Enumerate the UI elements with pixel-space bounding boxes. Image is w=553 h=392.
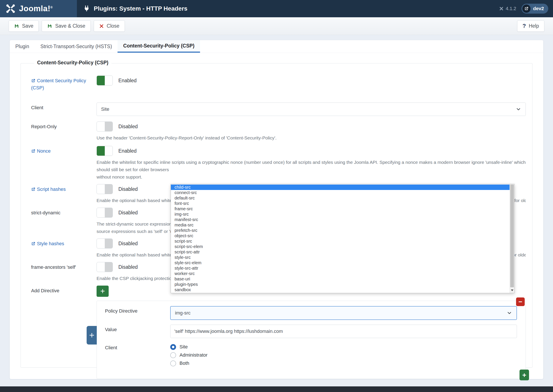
policy-directive-row: Policy Directive img-src [105,306,525,320]
row-client: Client Site [31,103,526,116]
drag-handle[interactable] [87,326,97,344]
policy-directive-select[interactable]: img-src [170,306,517,320]
value-input[interactable]: 'self' https://www.joomla.org https://lu… [170,325,517,338]
dropdown-option[interactable]: object-src [171,233,510,238]
policy-directive-value: img-src [175,310,191,316]
dropdown-option[interactable]: script-src-elem [171,244,510,249]
report-only-toggle[interactable] [97,121,113,132]
save-close-label: Save & Close [55,23,85,29]
nonce-description: Enable the whitelist for specific inline… [97,159,526,181]
nonce-toggle[interactable] [97,146,113,156]
panel-client-row: Client Site Administrator Both [105,343,525,367]
external-link-icon [31,187,35,191]
dropdown-option[interactable]: sandbox [171,287,510,293]
csp-enable-toggle[interactable] [97,76,113,85]
joomla-logo[interactable]: Joomla!® [0,0,77,17]
external-link-icon [31,149,35,153]
value-row: Value 'self' https://www.joomla.org http… [105,325,525,338]
help-button[interactable]: ? Help [517,20,544,32]
dropdown-option[interactable]: plugin-types [171,282,510,287]
client-label: Client [31,103,97,116]
remove-directive-button[interactable]: − [516,297,525,306]
dropdown-option[interactable]: img-src [171,211,510,217]
dropdown-option[interactable]: manifest-src [171,217,510,222]
scrollbar-thumb[interactable] [510,185,514,287]
style-hashes-label[interactable]: Style hashes [31,238,97,259]
action-toolbar: Save Save & Close Close ? Help [0,17,553,35]
dropdown-option[interactable]: frame-src [171,206,510,211]
dropdown-option[interactable]: script-src-attr [171,249,510,255]
nonce-label[interactable]: Nonce [31,146,97,181]
report-only-description: Use the header 'Content-Security-Policy-… [97,134,526,142]
tab-csp[interactable]: Content-Security-Policy (CSP) [118,40,200,53]
fieldset-legend: Content-Security-Policy (CSP) [34,60,112,66]
csp-enable-state: Enabled [118,78,136,84]
frame-ancestors-label: frame-ancestors 'self' [31,262,97,282]
style-hashes-state: Disabled [118,241,138,246]
strict-dynamic-label: strict-dynamic [31,208,97,235]
dropdown-option[interactable]: style-src-elem [171,260,510,266]
dropdown-option[interactable]: media-src [171,222,510,228]
save-button[interactable]: Save [9,20,39,32]
bottom-dark-bar [0,386,553,392]
chevron-down-icon [507,310,512,316]
radio-icon [170,360,176,366]
env-badge[interactable]: dev2 [521,4,548,14]
plug-icon [83,5,90,12]
frame-ancestors-toggle[interactable] [97,262,113,272]
client-select-value: Site [101,106,109,112]
csp-enable-label[interactable]: Content Security Policy (CSP) [31,76,97,91]
client-radio-option[interactable]: Both [170,359,517,367]
policy-directive-label: Policy Directive [105,306,170,320]
scrollbar-down-arrow[interactable] [510,288,514,293]
chevron-down-icon [516,106,521,112]
joomla-icon [6,4,15,14]
external-link-icon [31,79,35,83]
move-icon [89,332,95,338]
script-hashes-label[interactable]: Script hashes [31,184,97,204]
external-link-icon [31,242,35,246]
tab-plugin[interactable]: Plugin [10,40,35,53]
dropdown-option[interactable]: prefetch-src [171,228,510,233]
joomla-wordmark: Joomla!® [19,4,53,13]
dropdown-option[interactable]: style-src-attr [171,266,510,271]
style-hashes-toggle[interactable] [97,238,113,248]
external-link-icon [522,5,531,13]
nonce-state: Enabled [118,148,136,154]
client-radio-option[interactable]: Site [170,343,517,351]
add-directive-label: Add Directive [31,286,97,297]
dropdown-option[interactable]: base-uri [171,276,510,282]
script-hashes-toggle[interactable] [97,184,113,194]
save-label: Save [22,23,33,29]
strict-dynamic-toggle[interactable] [97,208,113,217]
add-directive-button[interactable]: + [97,286,109,297]
dropdown-scrollbar[interactable] [510,184,514,293]
value-label: Value [105,325,170,338]
client-select[interactable]: Site [97,103,526,116]
radio-label: Both [179,360,189,366]
dropdown-option[interactable]: child-src [171,185,510,190]
help-label: Help [529,23,539,29]
dropdown-option[interactable]: default-src [171,195,510,201]
client-radio-option[interactable]: Administrator [170,351,517,359]
row-report-only: Report-Only Disabled Use the header 'Con… [31,121,526,142]
dropdown-option[interactable]: worker-src [171,271,510,276]
add-directive-row-button[interactable]: + [519,370,529,380]
save-icon [14,23,19,29]
dropdown-option[interactable]: style-src [171,255,510,260]
dropdown-option[interactable]: connect-src [171,190,510,195]
radio-icon [170,344,176,350]
report-only-label: Report-Only [31,121,97,142]
tab-hsts[interactable]: Strict-Transport-Security (HSTS) [35,40,118,53]
radio-icon [170,352,176,358]
dropdown-option[interactable]: font-src [171,201,510,206]
page-title: Plugins: System - HTTP Headers [77,0,499,17]
close-button[interactable]: Close [94,20,125,32]
row-csp-enable: Content Security Policy (CSP) Enabled [31,76,526,91]
admin-header: Joomla!® Plugins: System - HTTP Headers … [0,0,553,17]
directive-panel: − Policy Directive img-src [97,301,526,379]
question-icon: ? [523,23,526,29]
save-close-button[interactable]: Save & Close [42,20,91,32]
save-icon [47,23,52,29]
dropdown-option[interactable]: script-src [171,238,510,244]
